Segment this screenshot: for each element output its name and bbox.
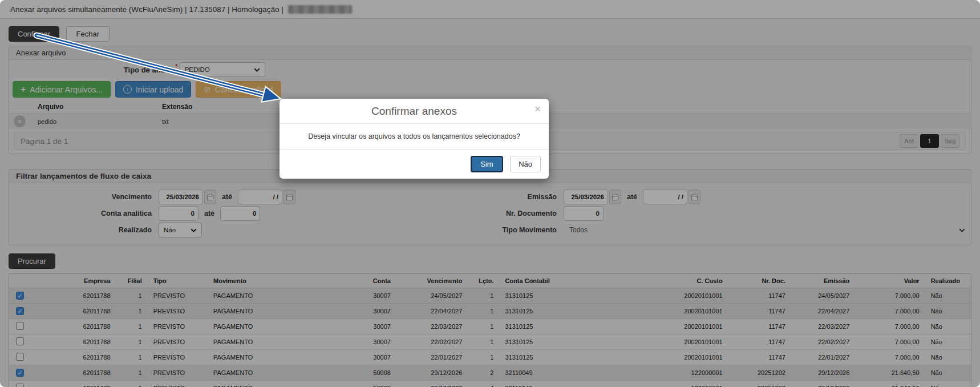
close-icon[interactable]: × bbox=[534, 103, 541, 114]
nao-button[interactable]: Não bbox=[510, 156, 541, 172]
app-window: Anexar arquivos simultaneamente (WcFluAn… bbox=[0, 0, 980, 387]
modal-backdrop bbox=[0, 0, 980, 387]
dialog-message: Deseja vincular os arquivos a todos os l… bbox=[280, 124, 549, 150]
sim-button[interactable]: Sim bbox=[471, 156, 503, 172]
dialog-title: Confirmar anexos bbox=[371, 105, 457, 117]
confirm-dialog: Confirmar anexos × Deseja vincular os ar… bbox=[280, 99, 549, 179]
